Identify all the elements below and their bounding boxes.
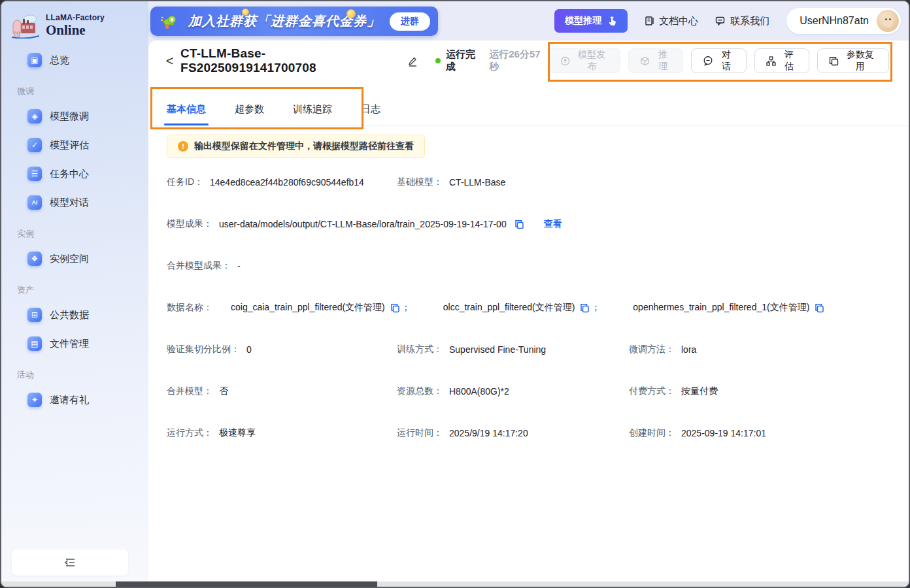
finetune-method-value: lora — [681, 344, 696, 355]
sidebar-group-finetune: 微调 — [1, 75, 148, 101]
sidebar-item-model-finetune[interactable]: ◈ 模型微调 — [1, 103, 148, 130]
merged-output-label: 合并模型成果： — [167, 260, 231, 272]
sidebar-item-file-manager[interactable]: ▤ 文件管理 — [1, 330, 148, 357]
notice-banner: ! 输出模型保留在文件管理中，请根据模型路径前往查看 — [167, 135, 425, 158]
model-inference-button[interactable]: 模型推理 — [554, 9, 628, 33]
tab-logs[interactable]: 日志 — [361, 103, 380, 125]
copy-icon[interactable] — [815, 303, 824, 313]
task-header: < CT-LLM-Base-FS20250919141700708 运行完成 运… — [148, 41, 909, 81]
sidebar-item-public-data[interactable]: ⊞ 公共数据 — [1, 301, 148, 329]
sidebar-item-label: 任务中心 — [50, 168, 89, 180]
create-time-value: 2025-09-19 14:17:01 — [681, 428, 766, 438]
merge-model-value: 否 — [219, 385, 228, 397]
back-button[interactable]: < — [159, 54, 180, 69]
top-bar: 加入社群获「进群金喜代金券」 进群 模型推理 — [148, 1, 909, 41]
view-link[interactable]: 查看 — [544, 218, 562, 230]
dataset-separator: ； — [401, 302, 411, 314]
sidebar-item-overview[interactable]: ▣ 总览 — [1, 46, 148, 74]
taskbar-peek — [116, 581, 377, 587]
dialog-icon — [703, 56, 713, 66]
sidebar-item-invite-reward[interactable]: ✦ 邀请有礼 — [1, 386, 148, 414]
val-split-value: 0 — [246, 344, 252, 355]
brand-line2: Online — [46, 22, 105, 39]
chat-icon — [715, 16, 726, 26]
sidebar-collapse-button[interactable] — [12, 549, 128, 576]
inference-button[interactable]: 推理 — [628, 48, 683, 73]
task-center-icon: ☰ — [27, 167, 42, 181]
model-inference-label: 模型推理 — [565, 15, 601, 27]
reuse-params-label: 参数复用 — [843, 49, 877, 73]
brand-logo[interactable]: LLaMA-Factory Online — [1, 9, 148, 45]
sidebar: LLaMA-Factory Online ▣ 总览 微调 ◈ 模型微调 ✓ 模型… — [1, 1, 148, 587]
sidebar-group-instance: 实例 — [1, 218, 148, 244]
task-actions: 模型发布 推理 — [548, 48, 889, 73]
model-eval-icon: ✓ — [27, 138, 42, 152]
sidebar-item-label: 公共数据 — [50, 309, 89, 321]
status-dot-icon — [435, 58, 441, 63]
cube-icon — [640, 56, 650, 66]
detail-row: 数据名称： coig_caia_train_ppl_filtered(文件管理)… — [167, 293, 889, 335]
docs-center-link[interactable]: 文档中心 — [645, 15, 698, 27]
merge-model-label: 合并模型： — [167, 385, 212, 397]
user-avatar — [877, 10, 899, 32]
task-details: 任务ID： 14e4ed8cea2f44b280f69c90544efb14 基… — [148, 158, 909, 460]
notice-text: 输出模型保留在文件管理中，请根据模型路径前往查看 — [194, 140, 414, 152]
sidebar-item-label: 总览 — [50, 54, 69, 67]
base-model-value: CT-LLM-Base — [449, 177, 505, 188]
evaluate-button[interactable]: 评估 — [754, 48, 809, 73]
model-output-value: user-data/models/output/CT-LLM-Base/lora… — [219, 219, 507, 229]
sidebar-item-label: 邀请有礼 — [50, 394, 89, 406]
detail-row: 模型成果： user-data/models/output/CT-LLM-Bas… — [167, 209, 889, 251]
user-menu[interactable]: UserNHn87atn — [786, 8, 901, 34]
copy-params-icon — [829, 56, 839, 66]
model-output-label: 模型成果： — [167, 218, 212, 230]
run-time-label: 运行时间： — [397, 427, 443, 439]
dataset-separator: ； — [591, 302, 600, 314]
reuse-params-button[interactable]: 参数复用 — [817, 48, 889, 73]
sidebar-item-model-eval[interactable]: ✓ 模型评估 — [1, 131, 148, 159]
billing-value: 按量付费 — [681, 385, 718, 397]
llama-factory-logo-icon — [10, 14, 41, 39]
username: UserNHn87atn — [800, 15, 869, 27]
sidebar-item-label: 模型对话 — [50, 197, 89, 209]
coin-icon — [242, 8, 249, 16]
inference-label: 推理 — [654, 49, 671, 73]
resources-label: 资源总数： — [397, 385, 443, 397]
contact-us-label: 联系我们 — [730, 15, 769, 27]
tab-basic-info[interactable]: 基本信息 — [167, 103, 206, 125]
create-time-label: 创建时间： — [629, 427, 675, 439]
docs-icon — [645, 16, 655, 26]
copy-icon[interactable] — [514, 220, 524, 229]
invite-reward-icon: ✦ — [27, 393, 42, 407]
overview-icon: ▣ — [27, 53, 42, 67]
sidebar-item-task-center[interactable]: ☰ 任务中心 — [1, 160, 148, 188]
tab-hyperparams[interactable]: 超参数 — [235, 103, 264, 125]
join-group-button[interactable]: 进群 — [390, 12, 430, 31]
topbar-right: 模型推理 — [554, 8, 901, 34]
detail-row: 任务ID： 14e4ed8cea2f44b280f69c90544efb14 基… — [167, 167, 889, 209]
sidebar-item-model-chat[interactable]: AI 模型对话 — [1, 189, 148, 216]
instance-space-icon: ❖ — [27, 252, 42, 266]
sidebar-group-assets: 资产 — [1, 274, 148, 300]
tabs: 基本信息 超参数 训练追踪 日志 — [148, 90, 909, 126]
val-split-label: 验证集切分比例： — [167, 344, 240, 355]
task-id-value: 14e4ed8cea2f44b280f69c90544efb14 — [210, 177, 364, 188]
detail-row: 运行方式： 极速尊享 运行时间： 2025/9/19 14:17:20 创建时间… — [167, 418, 889, 460]
edit-title-icon[interactable] — [407, 56, 418, 67]
detail-row: 合并模型成果： - — [167, 251, 889, 293]
chat-button[interactable]: 对话 — [691, 48, 747, 73]
task-status: 运行完成 运行26分57秒 — [435, 48, 548, 73]
status-text: 运行完成 — [446, 48, 484, 73]
copy-icon[interactable] — [390, 303, 400, 313]
tab-training-trace[interactable]: 训练追踪 — [293, 103, 332, 125]
brand-line1: LLaMA-Factory — [46, 13, 105, 22]
copy-icon[interactable] — [580, 303, 590, 313]
publish-model-button[interactable]: 模型发布 — [548, 48, 620, 73]
sidebar-item-instance-space[interactable]: ❖ 实例空间 — [1, 245, 148, 272]
chat-label: 对话 — [718, 49, 735, 73]
sidebar-group-activity: 活动 — [1, 359, 148, 385]
contact-us-link[interactable]: 联系我们 — [715, 15, 769, 27]
base-model-label: 基础模型： — [397, 176, 443, 188]
promo-banner[interactable]: 加入社群获「进群金喜代金券」 进群 — [150, 7, 438, 36]
file-manager-icon: ▤ — [27, 336, 42, 351]
